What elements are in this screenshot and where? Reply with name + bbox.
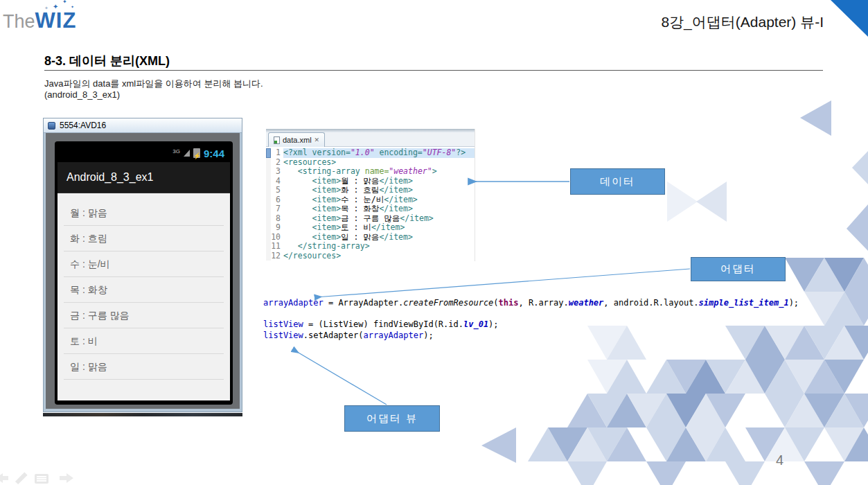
presenter-controls[interactable] <box>0 472 85 485</box>
java-code: arrayAdapter = ArrayAdapter.createFromRe… <box>263 298 799 341</box>
code-segment: = ArrayAdapter. <box>324 298 404 308</box>
java-line: listView.setAdapter(arrayAdapter); <box>263 330 799 342</box>
editor-line: 7 <item>목 : 화창</item> <box>266 204 475 214</box>
code-segment <box>283 222 312 232</box>
code-segment: <item> <box>312 232 342 242</box>
emulator-list: 월 : 맑음화 : 흐림수 : 눈/비목 : 화창금 : 구름 많음토 : 비일… <box>57 193 230 400</box>
line-number: 5 <box>271 186 283 195</box>
code-segment: 월 : 맑음 <box>341 176 379 186</box>
tab-data-xml[interactable]: data.xml ✕ <box>268 132 325 147</box>
xml-file-icon <box>274 136 280 144</box>
line-number: 1 <box>271 148 283 158</box>
editor-tab-bar: data.xml ✕ <box>266 132 475 147</box>
code-segment: </item> <box>371 222 405 232</box>
emulator-titlebar[interactable]: 5554:AVD16 <box>44 118 242 133</box>
annotation-marker <box>266 148 271 158</box>
code-segment: ( <box>493 298 498 308</box>
code-segment: 토 : 비 <box>341 222 371 232</box>
code-segment: ); <box>488 319 498 329</box>
code-segment: 일 : 맑음 <box>341 232 379 242</box>
code-segment: "1.0" <box>351 148 375 157</box>
code-segment <box>283 185 312 195</box>
code-segment: "UTF-8" <box>423 148 456 157</box>
code-segment: <item> <box>312 213 342 223</box>
prev-slide-icon[interactable] <box>0 473 8 483</box>
editor-line: 5 <item>화 : 흐림</item> <box>266 186 475 195</box>
xml-editor: data.xml ✕ 1<?xml version="1.0" encoding… <box>266 129 475 261</box>
editor-line: 12</resources> <box>266 252 475 261</box>
next-slide-icon[interactable] <box>60 473 73 483</box>
editor-line: 9 <item>토 : 비</item> <box>266 223 475 233</box>
code-text: <item>월 : 맑음</item> <box>283 177 475 186</box>
annotation-margin <box>266 167 271 177</box>
code-segment: lv_01 <box>463 319 488 329</box>
code-segment <box>283 176 312 186</box>
editor-line: 6 <item>수 : 눈/비</item> <box>266 195 475 205</box>
code-segment: name= <box>365 166 389 176</box>
code-segment: </item> <box>400 213 433 223</box>
list-item[interactable]: 화 : 흐림 <box>64 226 224 252</box>
annotation-margin <box>266 252 271 261</box>
list-item[interactable]: 수 : 눈/비 <box>64 252 224 277</box>
code-segment: listView <box>263 330 303 340</box>
annotation-margin <box>266 214 271 224</box>
code-text: <?xml version="1.0" encoding="UTF-8"?> <box>283 148 475 158</box>
code-text: <item>목 : 화창</item> <box>283 204 475 214</box>
code-segment: </item> <box>379 232 412 242</box>
thewiz-logo: ✦ ✦ ✦ ✦ TheWIZ <box>3 8 76 33</box>
annotation-margin <box>266 204 271 214</box>
phone-screen: 3G ⚡ 9:44 Android_8_3_ex1 월 : 맑음화 : 흐림수 … <box>55 141 233 405</box>
code-segment: <?xml version= <box>283 148 351 157</box>
pen-icon[interactable] <box>15 472 28 484</box>
line-number: 7 <box>271 204 283 214</box>
code-segment: weather <box>569 298 604 308</box>
tab-close-icon[interactable]: ✕ <box>315 136 320 143</box>
code-text: </string-array> <box>283 242 475 252</box>
code-segment: </string-array> <box>298 241 370 251</box>
code-segment: this <box>499 298 519 308</box>
app-title: Android_8_3_ex1 <box>67 171 153 184</box>
code-segment: ?> <box>456 148 466 157</box>
code-text: <item>금 : 구름 많음</item> <box>283 214 475 224</box>
list-item[interactable]: 목 : 화창 <box>64 277 224 303</box>
code-segment: <item> <box>312 176 342 186</box>
code-segment: ); <box>789 298 799 308</box>
editor-line: 11 </string-array> <box>266 242 475 252</box>
list-item[interactable]: 일 : 맑음 <box>64 354 224 380</box>
page-number: 4 <box>776 452 783 468</box>
code-segment: </item> <box>379 185 412 195</box>
code-segment: 수 : 눈/비 <box>341 195 384 204</box>
editor-line: 3 <string-array name="weather"> <box>266 167 475 177</box>
corner-triangle-icon <box>831 0 868 37</box>
slide-menu-icon[interactable] <box>35 474 48 484</box>
list-item[interactable]: 금 : 구름 많음 <box>64 303 224 328</box>
list-item[interactable]: 토 : 비 <box>64 328 224 354</box>
status-clock: 9:44 <box>204 148 224 159</box>
code-text: </resources> <box>283 252 475 261</box>
line-number: 4 <box>271 177 283 186</box>
sparkle-icon: ✦ <box>71 4 74 9</box>
java-line: arrayAdapter = ArrayAdapter.createFromRe… <box>263 298 799 309</box>
sparkle-icon: ✦ <box>62 0 67 5</box>
editor-line: 2<resources> <box>266 158 475 168</box>
code-segment: 목 : 화창 <box>341 204 379 213</box>
app-title-bar: Android_8_3_ex1 <box>57 162 230 193</box>
code-text: <item>일 : 맑음</item> <box>283 233 475 242</box>
code-segment: </item> <box>379 176 412 186</box>
code-text: <item>화 : 흐림</item> <box>283 186 475 195</box>
code-segment: ); <box>423 330 433 340</box>
title-divider <box>44 70 823 71</box>
callout-data: 데이터 <box>570 168 665 195</box>
lecture-title: 8강_어댑터(Adapter) 뷰-I <box>661 12 824 32</box>
code-segment: > <box>432 166 437 176</box>
editor-code-lines[interactable]: 1<?xml version="1.0" encoding="UTF-8"?>2… <box>266 147 475 261</box>
code-segment: </item> <box>379 204 412 213</box>
sparkle-icon: ✦ <box>53 3 58 10</box>
code-segment: simple_list_item_1 <box>699 298 789 308</box>
battery-icon: ⚡ <box>193 148 200 158</box>
list-item[interactable]: 월 : 맑음 <box>64 200 224 226</box>
line-number: 8 <box>271 214 283 224</box>
code-segment: 금 : 구름 많음 <box>341 213 400 223</box>
code-segment: <resources> <box>283 157 336 167</box>
emulator-app-icon <box>48 122 55 130</box>
